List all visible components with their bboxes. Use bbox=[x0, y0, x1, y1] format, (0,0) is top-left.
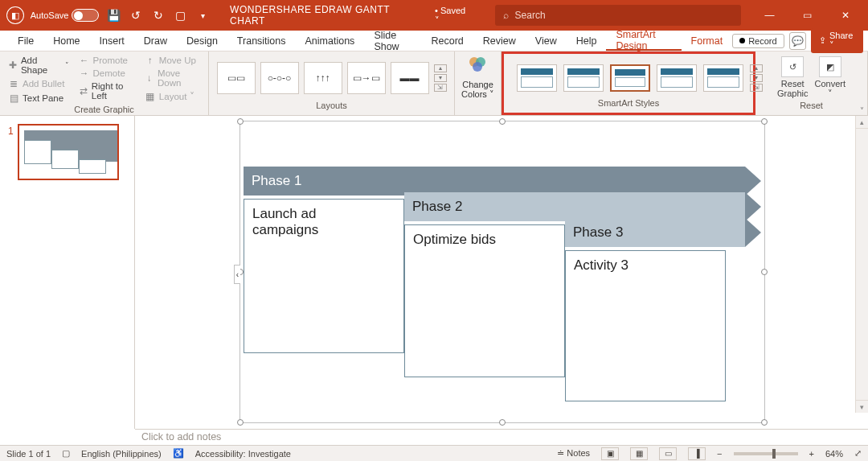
layout-option-3[interactable]: ↑↑↑ bbox=[304, 62, 342, 94]
zoom-out-button[interactable]: − bbox=[717, 449, 722, 459]
view-slideshow-button[interactable]: ▐ bbox=[688, 447, 706, 460]
text-pane-toggle-tab[interactable]: ‹ bbox=[234, 265, 240, 284]
record-label: Record bbox=[748, 36, 776, 46]
tab-animations[interactable]: Animations bbox=[296, 31, 365, 51]
promote-icon: ← bbox=[79, 56, 90, 65]
close-button[interactable]: ✕ bbox=[830, 0, 862, 31]
person-icon: ♿ bbox=[173, 448, 184, 459]
tab-review[interactable]: Review bbox=[473, 31, 526, 51]
change-colors-icon[interactable] bbox=[468, 56, 489, 73]
autosave-toggle[interactable]: AutoSave bbox=[31, 9, 100, 22]
present-icon[interactable]: ▢ bbox=[173, 9, 189, 22]
resize-handle[interactable] bbox=[761, 118, 768, 125]
phase-2-arrow[interactable]: Phase 2 bbox=[404, 192, 745, 221]
slide-number: 1 bbox=[8, 126, 14, 137]
resize-handle[interactable] bbox=[761, 419, 768, 426]
tab-view[interactable]: View bbox=[526, 31, 567, 51]
group-label-styles: SmartArt Styles bbox=[510, 98, 747, 111]
style-option-4[interactable] bbox=[657, 64, 697, 92]
ribbon-tabs: File Home Insert Draw Design Transitions… bbox=[0, 31, 868, 51]
resize-handle[interactable] bbox=[499, 419, 506, 426]
style-option-3[interactable] bbox=[610, 64, 650, 92]
zoom-level[interactable]: 64% bbox=[825, 449, 843, 459]
title-bar: ◧ AutoSave 💾 ↺ ↻ ▢ ▾ WONDERSHARE EDRAW G… bbox=[0, 0, 868, 31]
reset-graphic-button[interactable]: ↺ Reset Graphic bbox=[777, 56, 809, 98]
layout-option-2[interactable]: ○-○-○ bbox=[260, 62, 299, 94]
search-box[interactable]: ⌕ Search bbox=[495, 5, 741, 26]
qat-overflow-icon[interactable]: ▾ bbox=[194, 11, 211, 20]
status-bar: Slide 1 of 1 ▢ English (Philippines) ♿ A… bbox=[0, 445, 868, 461]
saved-indicator[interactable]: • Saved ˅ bbox=[435, 6, 473, 26]
change-colors-label[interactable]: Change Colors ˅ bbox=[461, 80, 494, 100]
bullet-icon: ≣ bbox=[8, 78, 19, 89]
status-accessibility[interactable]: Accessibility: Investigate bbox=[195, 449, 291, 459]
group-label-layouts: Layouts bbox=[215, 101, 448, 113]
minimize-button[interactable]: — bbox=[754, 0, 785, 31]
scroll-down-icon[interactable]: ▾ bbox=[856, 400, 868, 413]
vertical-scrollbar[interactable]: ▴ ▾ bbox=[855, 116, 868, 413]
style-option-2[interactable] bbox=[563, 64, 604, 92]
style-option-5[interactable] bbox=[703, 64, 743, 92]
tab-file[interactable]: File bbox=[8, 31, 43, 51]
maximize-button[interactable]: ▭ bbox=[792, 0, 823, 31]
text-pane-button[interactable]: ▤Text Pane bbox=[6, 92, 71, 105]
fit-to-window-button[interactable]: ⤢ bbox=[854, 448, 862, 459]
tab-insert[interactable]: Insert bbox=[90, 31, 134, 51]
record-button[interactable]: Record bbox=[732, 34, 784, 48]
comments-button[interactable]: 💬 bbox=[789, 32, 806, 50]
layout-option-5[interactable]: ▬▬ bbox=[391, 62, 429, 94]
slide-canvas[interactable]: ‹ Phase 1 Launch ad campaigns Phase 2 Op… bbox=[135, 116, 868, 429]
scroll-up-icon[interactable]: ▴ bbox=[856, 116, 868, 129]
tab-design[interactable]: Design bbox=[177, 31, 227, 51]
move-up-button: ↑Move Up bbox=[143, 55, 202, 66]
phase-1-arrow[interactable]: Phase 1 bbox=[244, 167, 745, 196]
reset-icon: ↺ bbox=[781, 56, 804, 77]
layout-option-4[interactable]: ▭→▭ bbox=[347, 62, 386, 94]
tab-slideshow[interactable]: Slide Show bbox=[364, 31, 421, 51]
resize-handle[interactable] bbox=[237, 118, 244, 125]
notes-toggle[interactable]: ≐ Notes bbox=[557, 448, 590, 459]
add-bullet-button: ≣Add Bullet bbox=[6, 77, 71, 90]
group-label-reset: Reset bbox=[762, 101, 861, 113]
view-normal-button[interactable]: ▣ bbox=[601, 447, 619, 460]
status-language[interactable]: English (Philippines) bbox=[81, 449, 162, 459]
view-reading-button[interactable]: ▭ bbox=[659, 447, 677, 460]
layout-option-1[interactable]: ▭▭ bbox=[217, 62, 256, 94]
notes-pane[interactable]: Click to add notes bbox=[135, 429, 868, 445]
share-icon: ⇪ bbox=[819, 35, 826, 46]
resize-handle[interactable] bbox=[237, 419, 244, 426]
phase-3-arrow[interactable]: Phase 3 bbox=[565, 218, 745, 247]
zoom-thumb[interactable] bbox=[772, 449, 776, 459]
resize-handle[interactable] bbox=[761, 269, 768, 275]
save-icon[interactable]: 💾 bbox=[105, 9, 121, 22]
tab-format[interactable]: Format bbox=[682, 31, 733, 51]
promote-button: ←Promote bbox=[77, 55, 137, 66]
redo-icon[interactable]: ↻ bbox=[150, 9, 166, 22]
ribbon-collapse-icon[interactable]: ˅ bbox=[860, 106, 864, 115]
tab-record[interactable]: Record bbox=[422, 31, 473, 51]
style-option-1[interactable] bbox=[517, 64, 557, 92]
share-button[interactable]: ⇪Share ˅ bbox=[811, 28, 863, 53]
phase-3-activity[interactable]: Activity 3 bbox=[565, 250, 726, 401]
convert-button[interactable]: ◩ Convert ˅ bbox=[815, 56, 846, 99]
phase-1-activity[interactable]: Launch ad campaigns bbox=[244, 199, 404, 353]
add-shape-button[interactable]: ✚Add Shape˅ bbox=[6, 55, 71, 76]
zoom-in-button[interactable]: + bbox=[809, 449, 814, 459]
view-sorter-button[interactable]: ▦ bbox=[630, 447, 648, 460]
tab-smartart-design[interactable]: SmartArt Design bbox=[606, 31, 681, 51]
move-up-icon: ↑ bbox=[145, 56, 156, 65]
tab-home[interactable]: Home bbox=[43, 31, 89, 51]
smartart-selection[interactable]: ‹ Phase 1 Launch ad campaigns Phase 2 Op… bbox=[240, 121, 765, 423]
undo-icon[interactable]: ↺ bbox=[128, 9, 144, 22]
right-to-left-button[interactable]: ⇄Right to Left bbox=[77, 80, 137, 101]
search-icon: ⌕ bbox=[503, 10, 509, 21]
zoom-slider[interactable] bbox=[734, 452, 798, 455]
phase-2-activity[interactable]: Optimize bids bbox=[404, 224, 565, 377]
slide-thumbnail-1[interactable]: 1 bbox=[18, 124, 119, 180]
tab-draw[interactable]: Draw bbox=[134, 31, 177, 51]
tab-transitions[interactable]: Transitions bbox=[227, 31, 296, 51]
autosave-label: AutoSave bbox=[31, 10, 69, 20]
layouts-scroll[interactable]: ▴▾⇲ bbox=[434, 64, 447, 92]
resize-handle[interactable] bbox=[499, 118, 506, 125]
tab-help[interactable]: Help bbox=[567, 31, 607, 51]
